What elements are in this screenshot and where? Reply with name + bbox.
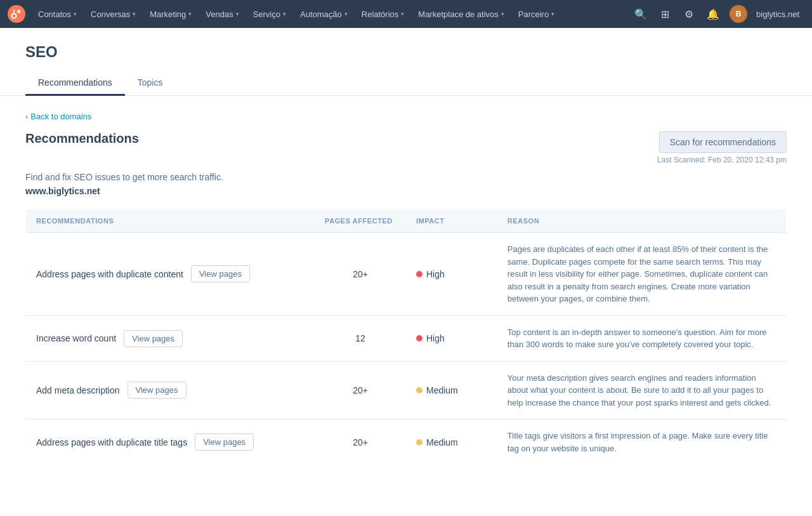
reason-text-1: Pages are duplicates of each other if at…: [508, 244, 768, 303]
view-pages-button-1[interactable]: View pages: [191, 265, 250, 282]
table-body: Address pages with duplicate content Vie…: [26, 233, 787, 465]
rec-name-4: Address pages with duplicate title tags: [36, 437, 187, 447]
tab-topics[interactable]: Topics: [125, 71, 176, 96]
nav-automacao[interactable]: Automação ▾: [294, 0, 354, 28]
nav-marketing[interactable]: Marketing ▾: [143, 0, 198, 28]
scan-recommendations-button[interactable]: Scan for recommendations: [659, 131, 787, 153]
topnav-domain[interactable]: biglytics.net: [751, 10, 804, 19]
pages-count-1: 20+: [315, 233, 406, 316]
topnav: Contatos ▾ Conversas ▾ Marketing ▾ Venda…: [0, 0, 812, 28]
back-to-domains-link[interactable]: ‹ Back to domains: [25, 112, 91, 121]
reason-cell-3: Your meta description gives search engin…: [497, 361, 787, 420]
nav-marketplace[interactable]: Marketplace de ativos ▾: [412, 0, 510, 28]
recommendations-table: RECOMMENDATIONS PAGES AFFECTED IMPACT RE…: [25, 209, 787, 465]
impact-label-3: Medium: [426, 385, 458, 395]
view-pages-button-3[interactable]: View pages: [128, 381, 187, 399]
nav-contatos[interactable]: Contatos ▾: [32, 0, 83, 28]
th-pages-affected: PAGES AFFECTED: [315, 209, 406, 233]
rec-cell-4: Address pages with duplicate title tags …: [26, 420, 315, 465]
last-scanned: Last Scanned: Feb 20, 2020 12:43 pm: [657, 155, 787, 164]
svg-point-0: [8, 5, 25, 23]
scan-wrapper: Scan for recommendations Last Scanned: F…: [657, 131, 787, 164]
nav-parceiro[interactable]: Parceiro ▾: [512, 0, 561, 28]
rec-cell-1: Address pages with duplicate content Vie…: [26, 233, 315, 316]
tab-recommendations[interactable]: Recommendations: [25, 71, 125, 96]
hubspot-logo[interactable]: [8, 5, 25, 23]
th-impact: IMPACT: [406, 209, 497, 233]
nav-chevron-icon: ▾: [133, 11, 136, 17]
avatar[interactable]: B: [730, 5, 747, 23]
table-header: RECOMMENDATIONS PAGES AFFECTED IMPACT RE…: [26, 209, 787, 233]
rec-cell-3: Add meta description View pages: [26, 361, 315, 420]
reason-text-4: Title tags give visitors a first impress…: [508, 431, 768, 453]
reason-cell-4: Title tags give visitors a first impress…: [497, 420, 787, 465]
rec-name-3: Add meta description: [36, 385, 120, 395]
impact-dot-icon: [416, 387, 422, 394]
table-row: Address pages with duplicate title tags …: [26, 420, 787, 465]
page-title: SEO: [25, 43, 787, 61]
impact-label-2: High: [426, 333, 445, 343]
th-reason: REASON: [497, 209, 787, 233]
nav-chevron-icon: ▾: [236, 11, 239, 17]
recommendations-title: Recommendations: [25, 131, 139, 146]
view-pages-button-4[interactable]: View pages: [195, 433, 254, 451]
nav-chevron-icon: ▾: [344, 11, 348, 17]
impact-cell-1: High: [406, 233, 497, 316]
pages-count-2: 12: [315, 315, 406, 361]
reason-cell-2: Top content is an in-depth answer to som…: [497, 315, 787, 361]
impact-cell-2: High: [406, 315, 497, 361]
nav-servico[interactable]: Serviço ▾: [247, 0, 292, 28]
impact-cell-3: Medium: [406, 361, 497, 420]
view-pages-button-2[interactable]: View pages: [124, 330, 183, 347]
impact-dot-icon: [416, 439, 422, 446]
impact-label-4: Medium: [426, 437, 458, 447]
nav-relatorios[interactable]: Relatórios ▾: [355, 0, 411, 28]
nav-chevron-icon: ▾: [501, 11, 504, 17]
rec-cell-2: Increase word count View pages: [26, 315, 315, 361]
table-row: Increase word count View pages 12 High T…: [26, 315, 787, 361]
nav-conversas[interactable]: Conversas ▾: [84, 0, 142, 28]
content-header: Recommendations Scan for recommendations…: [25, 131, 787, 164]
settings-icon[interactable]: ⚙: [679, 4, 699, 24]
reason-cell-1: Pages are duplicates of each other if at…: [497, 233, 787, 316]
nav-chevron-icon: ▾: [551, 11, 554, 17]
reason-text-2: Top content is an in-depth answer to som…: [508, 327, 767, 350]
pages-count-3: 20+: [315, 361, 406, 420]
nav-chevron-icon: ▾: [74, 11, 77, 17]
reason-text-3: Your meta description gives search engin…: [508, 373, 771, 407]
nav-chevron-icon: ▾: [283, 11, 286, 17]
rec-name-2: Increase word count: [36, 333, 116, 343]
pages-count-4: 20+: [315, 420, 406, 465]
impact-dot-icon: [416, 271, 422, 277]
apps-icon[interactable]: ⊞: [655, 4, 675, 24]
table-row: Add meta description View pages 20+ Medi…: [26, 361, 787, 420]
table-row: Address pages with duplicate content Vie…: [26, 233, 787, 316]
search-icon[interactable]: 🔍: [631, 4, 651, 24]
content: ‹ Back to domains Recommendations Scan f…: [0, 96, 812, 480]
description: Find and fix SEO issues to get more sear…: [25, 172, 787, 182]
notifications-icon[interactable]: 🔔: [703, 4, 723, 24]
chevron-left-icon: ‹: [25, 112, 28, 121]
impact-label-1: High: [426, 269, 445, 279]
tabs: Recommendations Topics: [25, 71, 787, 95]
impact-cell-4: Medium: [406, 420, 497, 465]
nav-chevron-icon: ▾: [188, 11, 192, 17]
page-body: SEO Recommendations Topics ‹ Back to dom…: [0, 28, 812, 516]
nav-vendas[interactable]: Vendas ▾: [199, 0, 245, 28]
rec-name-1: Address pages with duplicate content: [36, 269, 183, 279]
th-recommendations: RECOMMENDATIONS: [26, 209, 315, 233]
topnav-icons: 🔍 ⊞ ⚙ 🔔 B biglytics.net: [631, 4, 804, 24]
domain-name: www.biglytics.net: [25, 186, 787, 196]
page-header: SEO Recommendations Topics: [0, 28, 812, 96]
impact-dot-icon: [416, 335, 422, 341]
nav-chevron-icon: ▾: [401, 11, 404, 17]
